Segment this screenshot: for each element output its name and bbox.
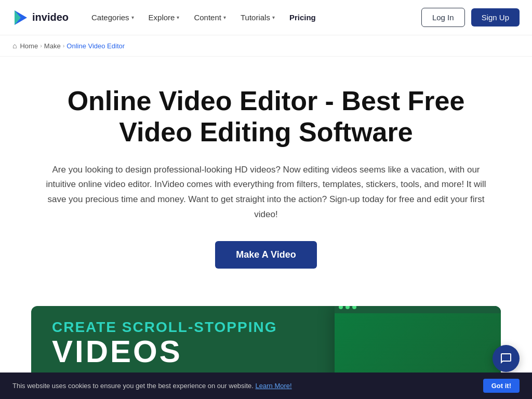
breadcrumb-sep-1: › [40, 43, 42, 49]
logo[interactable]: invideo [12, 9, 69, 26]
chevron-down-icon: ▾ [177, 15, 179, 20]
hero-section: Online Video Editor - Best Free Video Ed… [0, 57, 532, 289]
breadcrumb: ⌂ Home › Make › Online Video Editor [0, 35, 532, 57]
breadcrumb-current: Online Video Editor [66, 42, 125, 50]
chevron-down-icon: ▾ [223, 15, 226, 20]
browser-content [335, 313, 501, 380]
cookie-learn-more-link[interactable]: Learn More! [256, 382, 292, 390]
breadcrumb-make[interactable]: Make [44, 42, 61, 50]
login-button[interactable]: Log In [421, 8, 465, 27]
nav-item-categories[interactable]: Categories ▾ [85, 9, 140, 26]
nav-item-explore[interactable]: Explore ▾ [142, 9, 186, 26]
navbar: invideo Categories ▾ Explore ▾ Content ▾… [0, 0, 532, 35]
logo-icon [12, 9, 29, 26]
hero-browser-mockup [324, 306, 501, 380]
cookie-got-it-button[interactable]: Got it! [483, 379, 520, 393]
browser-dot-1 [339, 306, 343, 309]
chevron-down-icon: ▾ [131, 15, 134, 20]
breadcrumb-sep-2: › [63, 43, 65, 49]
cookie-text: This website uses cookies to ensure you … [12, 382, 479, 390]
logo-text: invideo [32, 11, 69, 23]
browser-placeholder [335, 313, 501, 380]
nav-item-content[interactable]: Content ▾ [188, 9, 232, 26]
nav-actions: Log In Sign Up [421, 8, 520, 27]
home-icon: ⌂ [12, 42, 17, 50]
nav-links: Categories ▾ Explore ▾ Content ▾ Tutoria… [85, 9, 421, 26]
hero-description: Are you looking to design professional-l… [43, 163, 489, 223]
hero-title: Online Video Editor - Best Free Video Ed… [42, 86, 490, 148]
cookie-banner: This website uses cookies to ensure you … [0, 373, 532, 399]
browser-dot-3 [352, 306, 356, 309]
scroll-section: CREATE SCROLL-STOPPING VIDEOS [31, 306, 501, 380]
make-video-button[interactable]: Make A Video [215, 241, 316, 269]
chevron-down-icon: ▾ [272, 15, 275, 20]
nav-item-pricing[interactable]: Pricing [283, 9, 322, 26]
browser-inner [335, 306, 501, 380]
chat-bubble[interactable] [493, 345, 520, 372]
signup-button[interactable]: Sign Up [471, 8, 520, 26]
browser-dot-2 [345, 306, 350, 309]
chat-icon [500, 352, 512, 365]
browser-bar [335, 306, 501, 313]
breadcrumb-home[interactable]: Home [20, 42, 38, 50]
nav-item-tutorials[interactable]: Tutorials ▾ [234, 9, 281, 26]
